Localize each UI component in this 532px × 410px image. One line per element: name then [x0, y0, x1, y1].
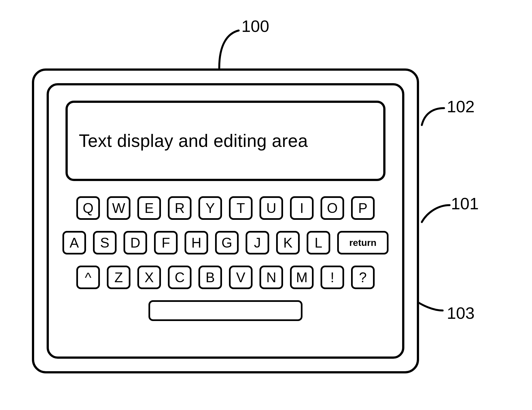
key-row-3: ^ Z X C B V N M ! ? — [60, 266, 391, 289]
key-p[interactable]: P — [351, 196, 375, 220]
key-s[interactable]: S — [93, 231, 117, 254]
key-space[interactable] — [148, 300, 302, 321]
key-u[interactable]: U — [259, 196, 283, 220]
key-q[interactable]: Q — [76, 196, 100, 220]
touch-screen: Text display and editing area Q W E R Y … — [47, 83, 404, 359]
key-f[interactable]: F — [154, 231, 178, 254]
key-v[interactable]: V — [229, 266, 253, 289]
key-c[interactable]: C — [168, 266, 191, 289]
key-i[interactable]: I — [290, 196, 314, 220]
key-w[interactable]: W — [107, 196, 130, 220]
text-editing-area[interactable]: Text display and editing area — [65, 101, 385, 181]
key-x[interactable]: X — [137, 266, 161, 289]
ref-label-screen: 101 — [451, 194, 479, 213]
key-t[interactable]: T — [229, 196, 253, 220]
key-o[interactable]: O — [321, 196, 344, 220]
key-a[interactable]: A — [62, 231, 86, 254]
key-y[interactable]: Y — [198, 196, 222, 220]
key-d[interactable]: D — [123, 231, 147, 254]
key-n[interactable]: N — [259, 266, 283, 289]
key-r[interactable]: R — [168, 196, 191, 220]
diagram-stage: 100 102 101 103 Text display and editing… — [0, 0, 532, 410]
key-j[interactable]: J — [246, 231, 269, 254]
virtual-keyboard: Q W E R Y T U I O P A S D F H G — [60, 196, 391, 321]
key-row-2: A S D F H G J K L return — [60, 231, 391, 254]
key-k[interactable]: K — [276, 231, 300, 254]
key-m[interactable]: M — [290, 266, 314, 289]
ref-label-text-area: 102 — [447, 97, 475, 116]
key-shift[interactable]: ^ — [76, 266, 100, 289]
key-h[interactable]: H — [185, 231, 208, 254]
key-z[interactable]: Z — [107, 266, 130, 289]
key-row-1: Q W E R Y T U I O P — [60, 196, 391, 220]
key-l[interactable]: L — [307, 231, 330, 254]
key-return[interactable]: return — [337, 231, 389, 254]
key-e[interactable]: E — [137, 196, 161, 220]
ref-label-keyboard: 103 — [447, 304, 475, 323]
key-exclaim[interactable]: ! — [321, 266, 344, 289]
key-b[interactable]: B — [198, 266, 222, 289]
space-row — [60, 300, 391, 321]
device-frame: Text display and editing area Q W E R Y … — [32, 68, 419, 373]
key-question[interactable]: ? — [351, 266, 375, 289]
key-g[interactable]: G — [215, 231, 239, 254]
ref-label-device: 100 — [241, 17, 269, 36]
text-area-label: Text display and editing area — [79, 131, 308, 151]
